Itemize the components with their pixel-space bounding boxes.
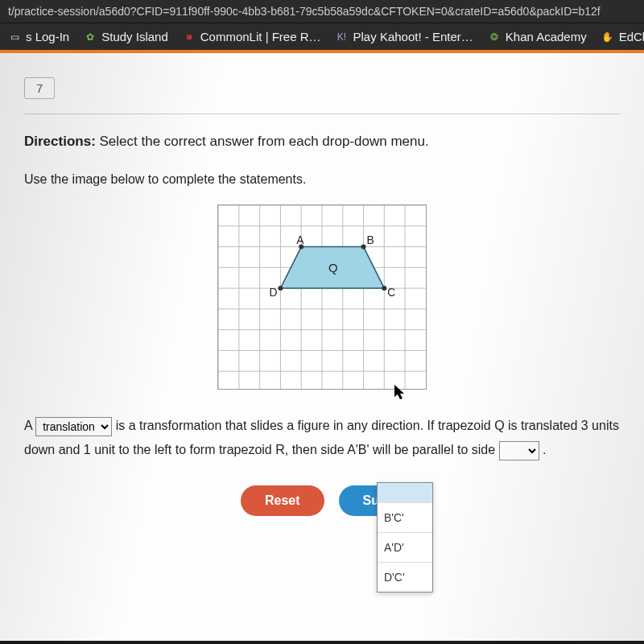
dropdown-option-bc[interactable]: B'C' (378, 502, 432, 532)
vertex-a-label: A (296, 233, 304, 246)
svg-point-21 (382, 286, 386, 291)
question-number: 7 (36, 81, 43, 95)
bookmark-commonlit[interactable]: ■ CommonLit | Free R… (183, 30, 321, 43)
hand-icon: ✋ (601, 31, 614, 43)
bookmark-edclub[interactable]: ✋ EdClub (601, 30, 644, 43)
bookmark-label: Study Island (101, 30, 168, 43)
bookmark-label: EdClub (619, 30, 644, 43)
statement-text-1: A (24, 419, 35, 432)
dropdown-option-dc[interactable]: D'C' (378, 562, 432, 592)
bookmark-label: Play Kahoot! - Enter… (353, 30, 473, 43)
directions-text: Select the correct answer from each drop… (100, 134, 429, 149)
directions-line: Directions: Select the correct answer fr… (24, 134, 620, 150)
directions-label: Directions: (24, 134, 96, 149)
dropdown-option-blank[interactable] (378, 483, 432, 502)
shape-q-label: Q (328, 262, 338, 275)
leaf-icon: ❂ (488, 31, 501, 43)
vertex-d-label: D (270, 286, 278, 299)
statement-paragraph: A translation is a transformation that s… (24, 414, 620, 463)
button-row: Reset Su B'C' A'D' D'C' (24, 485, 620, 516)
bookmarks-bar: ▭ s Log-In ✿ Study Island ■ CommonLit | … (0, 23, 644, 50)
parallel-side-dropdown-popover: B'C' A'D' D'C' (377, 482, 433, 592)
bookmark-kahoot[interactable]: K! Play Kahoot! - Enter… (336, 30, 473, 43)
bookmark-label: CommonLit | Free R… (200, 30, 321, 43)
trapezoid-figure: A B C D Q (217, 204, 427, 390)
svg-point-20 (361, 245, 366, 250)
bookmark-label: Khan Academy (506, 30, 587, 43)
divider (24, 114, 620, 114)
url-text: t/practice-session/a56d0?CFID=911f90ff-9… (8, 5, 601, 18)
parallel-side-select[interactable] (499, 441, 539, 460)
tree-icon: ✿ (84, 31, 97, 43)
question-page: 7 Directions: Select the correct answer … (0, 53, 644, 641)
page-icon: ■ (183, 31, 196, 43)
reset-button[interactable]: Reset (241, 485, 324, 516)
reset-label: Reset (265, 493, 300, 507)
vertex-c-label: C (387, 286, 395, 299)
bookmark-label: s Log-In (26, 30, 69, 43)
bookmark-khan[interactable]: ❂ Khan Academy (488, 30, 587, 43)
bookmark-login[interactable]: ▭ s Log-In (8, 30, 69, 43)
svg-point-22 (278, 286, 283, 291)
question-number-badge: 7 (24, 77, 55, 99)
statement-text-3: . (543, 443, 546, 456)
vertex-b-label: B (367, 233, 374, 246)
k-icon: K! (336, 31, 349, 43)
prompt-text: Use the image below to complete the stat… (24, 172, 620, 187)
figure-container: A B C D Q (24, 204, 620, 390)
page-icon: ▭ (8, 31, 21, 43)
address-bar[interactable]: t/practice-session/a56d0?CFID=911f90ff-9… (0, 0, 644, 23)
bookmark-study-island[interactable]: ✿ Study Island (84, 30, 168, 43)
dropdown-option-ad[interactable]: A'D' (378, 532, 432, 562)
transformation-select[interactable]: translation (35, 417, 112, 436)
